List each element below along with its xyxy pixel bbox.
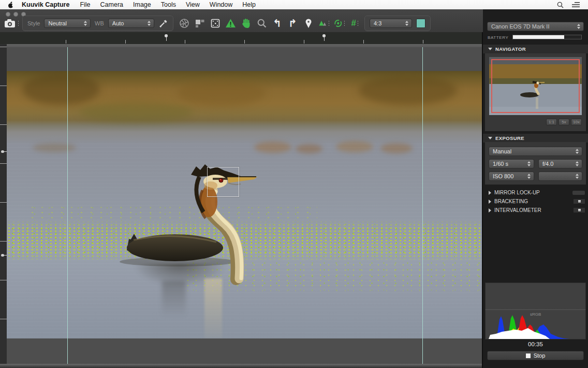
liveview-photo: [7, 71, 482, 338]
clipping-warning-icon[interactable]: [225, 18, 236, 29]
rotate-more-dots-icon: [344, 20, 345, 26]
search-icon[interactable]: [557, 2, 564, 8]
exposure-section-header[interactable]: EXPOSURE: [483, 134, 588, 143]
dropdown-chevron-icon: [575, 173, 580, 179]
liveview-frame-icon[interactable]: [210, 18, 220, 29]
dropdown-chevron-icon: [577, 23, 581, 30]
guide-marker-pin[interactable]: [0, 150, 7, 153]
chevron-down-icon: [488, 137, 492, 139]
battery-label: BATTERY: [488, 35, 508, 40]
stop-square-icon: [526, 353, 531, 358]
dropdown-chevron-icon: [575, 161, 580, 167]
navigator-crop-frame[interactable]: [491, 59, 580, 113]
grebe-bird: [7, 71, 482, 338]
mirror-lockup-toggle[interactable]: [572, 191, 585, 195]
zoom-loupe-icon[interactable]: [256, 18, 267, 29]
menu-image[interactable]: Image: [133, 1, 151, 8]
bracketing-section[interactable]: BRACKETING: [483, 197, 588, 205]
neck-reflection: [204, 278, 222, 338]
layout-tiles-icon[interactable]: [194, 18, 205, 29]
aperture-icon[interactable]: [179, 18, 189, 29]
aspect-ratio-select[interactable]: 4:3: [370, 19, 412, 28]
dropdown-chevron-icon: [575, 148, 580, 154]
focus-area-frame[interactable]: [207, 167, 239, 197]
exposure-mode-select[interactable]: Manual: [489, 147, 582, 156]
guide-marker-pin[interactable]: [322, 34, 326, 41]
shutter-speed-select[interactable]: 1/60 s: [489, 159, 534, 168]
wb-label: WB: [95, 20, 104, 26]
peaking-more-dots-icon: [328, 20, 329, 26]
canvas-bottom-bar: [0, 364, 482, 368]
picture-style-group: Style Neutral WB Auto: [22, 16, 173, 31]
grid-more-dots-icon: [357, 20, 359, 26]
style-select[interactable]: Neutral: [44, 19, 91, 28]
camera-icon[interactable]: [4, 18, 19, 29]
battery-bar: [512, 35, 582, 39]
guide-line[interactable]: [67, 47, 68, 364]
peaking-mountains-icon[interactable]: [318, 18, 329, 29]
guide-line[interactable]: [422, 47, 423, 364]
navigator-panel: 1:1 5x 10x: [485, 53, 586, 131]
rotate-eye-icon[interactable]: [334, 18, 345, 29]
style-label: Style: [27, 20, 40, 26]
redo-arrow-icon[interactable]: ↱: [287, 18, 298, 29]
guide-marker-pin[interactable]: [164, 34, 168, 41]
exposure-panel: Manual 1/60 s f/4.0 ISO 800: [485, 142, 586, 185]
aspect-ratio-group: 4:3: [364, 16, 431, 31]
capture-timer: 00:35: [483, 341, 588, 347]
vertical-ruler[interactable]: [0, 44, 7, 364]
navigator-zoom-buttons: 1:1 5x 10x: [546, 119, 582, 125]
navigator-thumbnail[interactable]: [489, 57, 582, 115]
overlay-color-swatch[interactable]: [416, 19, 425, 28]
histogram-midline: [486, 309, 585, 310]
dropdown-chevron-icon: [405, 20, 409, 26]
pan-hand-icon[interactable]: [241, 18, 252, 29]
menu-camera[interactable]: Camera: [100, 1, 123, 8]
toolbar-icons: ↰ ↱: [179, 18, 360, 29]
menu-help[interactable]: Help: [242, 1, 256, 8]
menu-view[interactable]: View: [186, 1, 200, 8]
guide-marker-pin[interactable]: [0, 253, 7, 257]
undo-arrow-icon[interactable]: ↰: [272, 18, 283, 29]
eyedropper-icon[interactable]: [158, 18, 168, 29]
white-balance-select[interactable]: Auto: [108, 19, 155, 28]
intervalometer-section[interactable]: INTERVALOMETER: [483, 206, 588, 214]
control-sidebar: Canon EOS 7D Mark II BATTERY NAVIGATOR: [483, 9, 588, 368]
dropdown-chevron-icon: [527, 173, 532, 179]
battery-fill: [513, 35, 564, 39]
toolbar-row: Style Neutral WB Auto: [2, 16, 481, 31]
navigator-section-header[interactable]: NAVIGATOR: [483, 45, 588, 53]
stop-button[interactable]: Stop: [487, 351, 584, 360]
canvas-top-edge: [7, 44, 482, 47]
menu-window[interactable]: Window: [210, 1, 232, 8]
zoom-1to1-button[interactable]: 1:1: [546, 119, 557, 125]
mirror-lockup-section[interactable]: MIRROR LOCK-UP: [483, 189, 588, 196]
ruler-ticks: [7, 40, 482, 44]
horizontal-ruler[interactable]: [7, 32, 482, 44]
bracketing-toggle[interactable]: [574, 199, 585, 204]
menu-tools[interactable]: Tools: [161, 1, 176, 8]
chevron-right-icon: [489, 208, 491, 213]
chevron-down-icon: [488, 48, 492, 50]
liveview-canvas[interactable]: [7, 44, 482, 364]
apple-menu-icon[interactable]: [7, 1, 14, 9]
zoom-10x-button[interactable]: 10x: [571, 119, 582, 125]
dark-reflection: [162, 281, 186, 317]
zoom-5x-button[interactable]: 5x: [558, 119, 569, 125]
chevron-right-icon: [489, 191, 491, 195]
iso-select[interactable]: ISO 800: [489, 172, 534, 181]
menu-app-name[interactable]: Kuuvik Capture: [22, 1, 69, 8]
rgb-histogram: [486, 311, 585, 339]
kuuvik-capture-window: Kuuvik Capture File Camera Image Tools V…: [0, 0, 588, 368]
grid-overlay-icon[interactable]: #: [349, 18, 360, 29]
dropdown-chevron-icon: [83, 20, 88, 26]
camera-select[interactable]: Canon EOS 7D Mark II: [487, 22, 584, 31]
location-pin-icon[interactable]: [303, 18, 314, 29]
aperture-select[interactable]: f/4.0: [538, 159, 582, 168]
histogram-panel: sRGB: [485, 282, 586, 339]
exposure-comp-select[interactable]: [538, 172, 582, 181]
list-icon[interactable]: [572, 2, 580, 8]
menu-file[interactable]: File: [80, 1, 90, 8]
intervalometer-toggle[interactable]: [574, 208, 585, 213]
toolbar: Style Neutral WB Auto: [0, 9, 483, 32]
